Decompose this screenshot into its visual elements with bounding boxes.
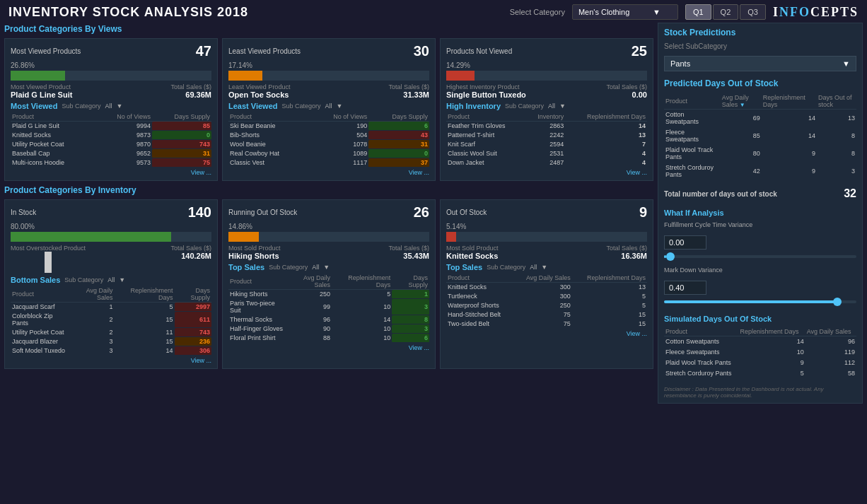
- lv-product: Ski Bear Beanie: [228, 122, 311, 131]
- bs-days: 306: [175, 346, 211, 356]
- table-row: Two-sided Belt 75 15: [446, 320, 647, 329]
- table-row: Ski Bear Beanie 190 6: [228, 122, 429, 131]
- table-row: Waterproof Shorts 250 5: [446, 301, 647, 310]
- in-stock-product-label: Most Overstocked Product: [11, 245, 86, 252]
- markdown-input[interactable]: [664, 281, 706, 295]
- lv-views: 190: [311, 122, 369, 131]
- sim-replenish: 10: [739, 347, 805, 358]
- quarter-q2-button[interactable]: Q2: [713, 4, 739, 20]
- fulfillment-slider-thumb[interactable]: [666, 252, 675, 261]
- hi-view-more[interactable]: View ...: [446, 169, 647, 176]
- ts-product: Half-Finger Gloves: [228, 324, 286, 334]
- mv-product: Utility Pocket Coat: [11, 140, 95, 149]
- subcategory-dropdown[interactable]: Pants ▼: [664, 56, 856, 71]
- lv-views: 1117: [311, 158, 369, 168]
- ts-days: 6: [392, 334, 429, 343]
- hi-dropdown-icon[interactable]: ▼: [559, 102, 566, 110]
- lv-col-views: No of Views: [311, 112, 369, 122]
- running-out-title: Running Out Of Stock: [228, 209, 297, 216]
- bs-view-more[interactable]: View ...: [11, 357, 211, 364]
- hi-col-inventory: Inventory: [527, 112, 566, 122]
- markdown-slider-thumb[interactable]: [833, 298, 842, 306]
- ts-product: Hiking Shorts: [228, 290, 286, 299]
- pd-product: Fleece Sweatpants: [664, 127, 721, 145]
- sim-col-avg: Avg Daily Sales: [805, 327, 856, 336]
- sim-replenish: 5: [739, 368, 805, 379]
- inventory-cards-row: In Stock 140 80.00% Most Overstocked Pro…: [4, 199, 653, 369]
- least-viewed-footer: Least Viewed Product Open Toe Socks Tota…: [228, 83, 429, 99]
- tss-avg: 75: [514, 320, 572, 329]
- quarter-q3-button[interactable]: Q3: [740, 4, 766, 20]
- table-row: Cotton Sweatpants 69 14 13: [664, 110, 856, 127]
- fulfillment-input[interactable]: [664, 235, 706, 250]
- running-out-progress-bg: [228, 232, 429, 242]
- ts-table-title: Top Sales: [228, 263, 264, 271]
- most-viewed-subcategory-label: Sub Category: [62, 102, 100, 110]
- pd-avg: 80: [721, 145, 762, 163]
- left-panels: Product Categories By Views Most Viewed …: [4, 23, 653, 404]
- quarter-q1-button[interactable]: Q1: [685, 4, 711, 20]
- in-stock-title: In Stock: [11, 209, 36, 216]
- tss-dropdown-icon[interactable]: ▼: [541, 264, 547, 271]
- table-row: Cotton Sweatpants 14 96: [664, 336, 856, 347]
- in-stock-percent: 80.00%: [11, 223, 211, 230]
- pd-replenish: 9: [762, 163, 817, 180]
- not-viewed-product-label: Highest Inventory Product: [446, 83, 526, 90]
- hi-product: Classic Wool Suit: [446, 149, 527, 158]
- out-of-stock-progress-bg: [446, 232, 647, 242]
- bottom-sales-table: Product Avg Daily Sales Replenishment Da…: [11, 286, 211, 356]
- markdown-slider-track[interactable]: [664, 300, 856, 303]
- most-viewed-table-title: Most Viewed: [11, 102, 57, 110]
- subcategory-value: Pants: [670, 59, 690, 68]
- hi-col-product: Product: [446, 112, 527, 122]
- pd-days-out: 3: [817, 163, 856, 180]
- tss-view-more[interactable]: View ...: [446, 330, 647, 337]
- sim-product: Plaid Wool Track Pants: [664, 358, 739, 368]
- lv-dropdown-icon[interactable]: ▼: [337, 102, 343, 110]
- most-viewed-view-more[interactable]: View ...: [11, 169, 211, 176]
- most-viewed-product-label: Most Viewed Product: [11, 83, 72, 90]
- tss-product: Waterproof Shorts: [446, 301, 514, 310]
- least-viewed-count: 30: [414, 43, 429, 59]
- header-controls: Select Category Men's Clothing ▼ Q1 Q2 Q…: [510, 4, 859, 20]
- not-viewed-progress-fill: [446, 71, 475, 81]
- most-viewed-dropdown-icon[interactable]: ▼: [117, 102, 123, 110]
- fulfillment-slider-track[interactable]: [664, 255, 856, 258]
- bs-subcategory-label: Sub Category: [64, 276, 103, 283]
- ts-dropdown-icon[interactable]: ▼: [323, 264, 330, 271]
- table-row: Multi-icons Hoodie 9573 75: [11, 158, 211, 168]
- bs-dropdown-icon[interactable]: ▼: [119, 276, 125, 283]
- hi-inventory: 2863: [527, 122, 566, 131]
- in-stock-footer: Most Overstocked Product Total Sales ($)…: [11, 245, 211, 273]
- out-of-stock-percent: 5.14%: [446, 223, 647, 230]
- mv-days: 31: [152, 149, 211, 158]
- hi-inventory: 2242: [527, 131, 566, 140]
- category-dropdown[interactable]: Men's Clothing ▼: [572, 4, 678, 20]
- pd-days-out: 8: [817, 145, 856, 163]
- bs-col-replenish: Replenishment Days: [115, 286, 175, 303]
- bs-table-title: Bottom Sales: [11, 276, 60, 284]
- lv-subcategory-val: All: [325, 102, 332, 110]
- disclaimer: Disclaimer : Data Presented in the Dashb…: [664, 386, 856, 399]
- pd-days-out: 8: [817, 127, 856, 145]
- least-viewed-sales-label: Total Sales ($): [388, 83, 429, 90]
- select-subcategory-label: Select SubCategory: [664, 42, 856, 50]
- ts-view-more[interactable]: View ...: [228, 344, 429, 351]
- running-out-footer: Most Sold Product Hiking Shorts Total Sa…: [228, 245, 429, 260]
- top-sales-sub-table: Product Avg Daily Sales Replenishment Da…: [446, 274, 647, 329]
- not-viewed-card: Products Not Viewed 25 14.29% Highest In…: [440, 38, 653, 181]
- least-viewed-view-more[interactable]: View ...: [228, 169, 429, 176]
- hi-inventory: 2487: [527, 158, 566, 168]
- tss-product: Knitted Socks: [446, 283, 514, 292]
- ts-replenish: 10: [332, 299, 392, 315]
- in-stock-progress-bg: [11, 232, 211, 242]
- mv-views: 9870: [95, 140, 152, 149]
- table-row: Knitted Socks 300 13: [446, 283, 647, 292]
- ts-product: Thermal Socks: [228, 315, 286, 324]
- bs-product: Colorblock Zip Pants: [11, 312, 69, 328]
- out-of-stock-product-label: Most Sold Product: [446, 245, 499, 252]
- table-row: Hand-Stitched Belt 75 15: [446, 310, 647, 320]
- sim-col-replenish: Replenishment Days: [739, 327, 805, 336]
- mv-product: Plaid G Line Suit: [11, 122, 95, 131]
- ts-avg: 250: [286, 290, 332, 299]
